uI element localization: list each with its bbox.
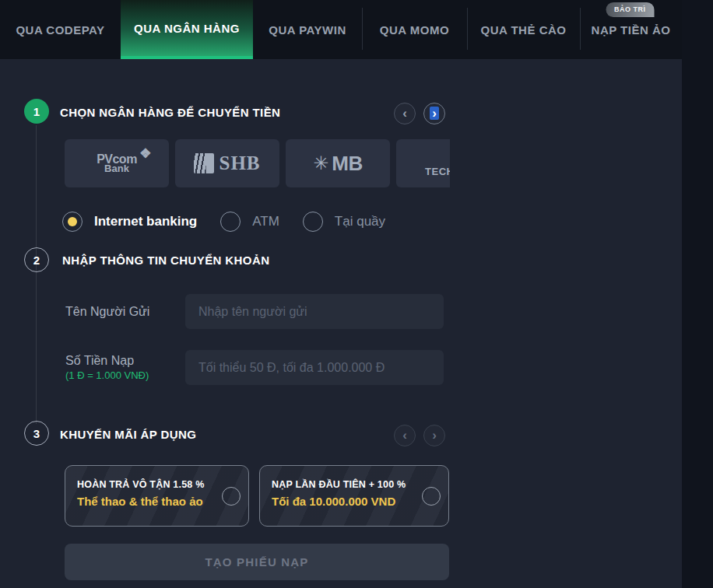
tab-label: QUA MOMO	[380, 23, 449, 37]
step-3-number: 3	[24, 421, 49, 446]
tab-qua-momo[interactable]: QUA MOMO	[362, 0, 467, 59]
tab-qua-ngan-hang[interactable]: QUA NGÂN HÀNG	[121, 0, 253, 59]
bank-card-mb[interactable]: ✳ MB	[286, 139, 390, 187]
tab-label: QUA NGÂN HÀNG	[134, 22, 240, 35]
method-atm[interactable]: ATM	[220, 212, 279, 232]
radio-selected-icon	[62, 212, 83, 232]
pvcombank-diamond-icon: ❖	[139, 149, 151, 159]
bank-carousel-next-button[interactable]: ›	[423, 103, 445, 124]
tab-label: QUA THẺ CÀO	[481, 23, 567, 37]
transfer-method-group: Internet banking ATM Tại quầy	[62, 212, 385, 232]
step-1-title: CHỌN NGÂN HÀNG ĐỂ CHUYỂN TIỀN	[60, 106, 280, 119]
method-tai-quay[interactable]: Tại quầy	[303, 212, 385, 232]
amount-label: Số Tiền Nạp	[65, 354, 134, 368]
bank-card-pvcombank[interactable]: PVcom❖ Bank	[65, 139, 169, 187]
tab-nap-tien-ao[interactable]: BẢO TRÌ NẠP TIỀN ẢO	[580, 0, 682, 59]
chevron-left-icon: ‹	[402, 429, 407, 442]
promo-subtitle: Thể thao & thể thao ảo	[77, 495, 237, 508]
tab-qua-the-cao[interactable]: QUA THẺ CÀO	[467, 0, 580, 59]
method-internet-banking[interactable]: Internet banking	[62, 212, 197, 232]
step-connector-line	[36, 125, 37, 424]
chevron-right-icon: ›	[430, 107, 439, 120]
tab-label: QUA PAYWIN	[269, 23, 346, 37]
tab-label: QUA CODEPAY	[16, 23, 104, 37]
step-3-title: KHUYẾN MÃI ÁP DỤNG	[60, 428, 196, 441]
radio-unselected-icon	[220, 212, 241, 232]
tab-qua-codepay[interactable]: QUA CODEPAY	[0, 0, 121, 59]
step-1-number: 1	[24, 99, 49, 124]
maintenance-badge: BẢO TRÌ	[606, 2, 655, 17]
radio-unselected-icon	[303, 212, 323, 232]
shb-logo-icon	[194, 153, 214, 173]
promo-carousel-prev-button[interactable]: ‹	[394, 425, 416, 446]
create-deposit-button[interactable]: TẠO PHIẾU NẠP	[65, 544, 449, 580]
sender-name-label: Tên Người Gửi	[65, 305, 149, 319]
tab-label: NẠP TIỀN ẢO	[592, 23, 671, 37]
promo-card-first-deposit[interactable]: NẠP LẦN ĐẦU TIÊN + 100 % Tối đa 10.000.0…	[259, 465, 449, 527]
step-2-number: 2	[24, 247, 49, 272]
bank-card-shb[interactable]: SHB	[175, 139, 279, 187]
bank-card-techcombank[interactable]: ◆ TECHCO	[396, 139, 450, 187]
shb-logo: SHB	[194, 152, 260, 174]
promo-radio-icon[interactable]	[222, 487, 241, 506]
promo-radio-icon[interactable]	[422, 487, 441, 506]
amount-rate-note: (1 Đ = 1.000 VNĐ)	[65, 369, 149, 381]
mb-star-icon: ✳	[313, 152, 328, 174]
promo-card-cashback[interactable]: HOÀN TRẢ VÔ TẬN 1.58 % Thể thao & thể th…	[65, 465, 249, 527]
amount-input[interactable]	[185, 350, 444, 385]
step-2-title: NHẬP THÔNG TIN CHUYỂN KHOẢN	[62, 254, 269, 267]
promo-title: HOÀN TRẢ VÔ TẬN 1.58 %	[77, 479, 237, 490]
pvcombank-logo: PVcom❖ Bank	[97, 154, 137, 173]
mb-logo: ✳ MB	[313, 152, 363, 176]
chevron-left-icon: ‹	[402, 107, 407, 120]
promo-title: NẠP LẦN ĐẦU TIÊN + 100 %	[272, 479, 437, 490]
payment-method-tabs: QUA CODEPAY QUA NGÂN HÀNG QUA PAYWIN QUA…	[0, 0, 682, 59]
tab-qua-paywin[interactable]: QUA PAYWIN	[253, 0, 362, 59]
right-gutter	[682, 0, 713, 588]
bank-carousel-prev-button[interactable]: ‹	[394, 103, 416, 124]
promo-subtitle: Tối đa 10.000.000 VND	[272, 495, 437, 508]
chevron-right-icon: ›	[432, 429, 437, 442]
bank-carousel: PVcom❖ Bank SHB ✳ MB ◆ TECHCO	[65, 139, 450, 189]
techcombank-logo: ◆ TECHCO	[425, 150, 450, 177]
sender-name-input[interactable]	[185, 294, 444, 329]
deposit-panel: 1 CHỌN NGÂN HÀNG ĐỂ CHUYỂN TIỀN ‹ › PVco…	[0, 59, 682, 588]
promo-carousel-next-button[interactable]: ›	[423, 425, 445, 446]
